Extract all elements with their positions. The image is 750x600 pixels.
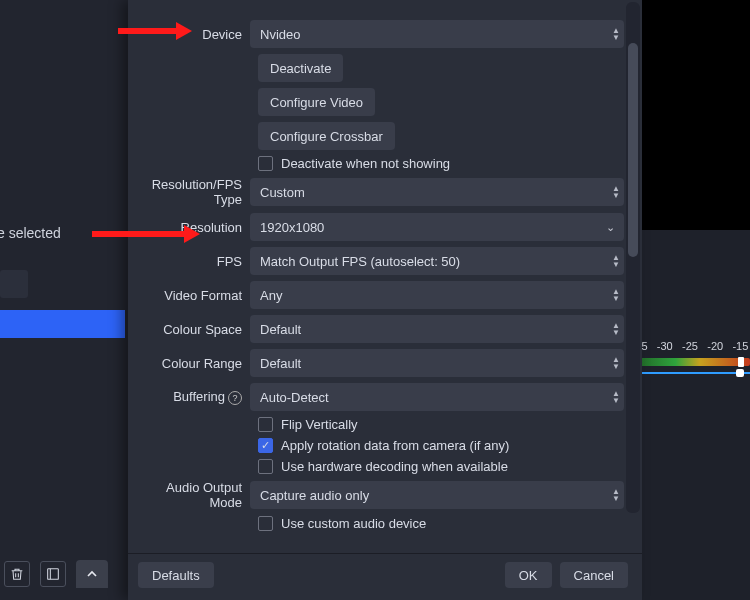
deactivate-button[interactable]: Deactivate <box>258 54 343 82</box>
buffering-label-text: Buffering <box>173 389 225 404</box>
cancel-button[interactable]: Cancel <box>560 562 628 588</box>
settings-panel-icon[interactable] <box>40 561 66 587</box>
colour-range-select[interactable]: Default ▲▼ <box>250 349 624 377</box>
checkbox-label: Use custom audio device <box>281 516 426 531</box>
properties-dialog: Device Nvideo ▲▼ Deactivate Configure Vi… <box>128 0 642 600</box>
stepper-icon: ▲▼ <box>612 356 620 370</box>
scrollbar[interactable] <box>626 2 640 513</box>
stepper-icon: ▲▼ <box>612 390 620 404</box>
defaults-button[interactable]: Defaults <box>138 562 214 588</box>
buffering-label: Buffering? <box>132 389 250 405</box>
help-icon[interactable]: ? <box>228 391 242 405</box>
audio-output-mode-label: Audio Output Mode <box>132 480 250 510</box>
audio-meter: -35 -30 -25 -20 -15 <box>630 340 750 374</box>
colour-space-select[interactable]: Default ▲▼ <box>250 315 624 343</box>
fps-value: Match Output FPS (autoselect: 50) <box>260 254 460 269</box>
ok-button[interactable]: OK <box>505 562 552 588</box>
checkbox-icon <box>258 156 273 171</box>
flip-vertically-checkbox[interactable]: Flip Vertically <box>258 417 358 432</box>
deactivate-when-not-showing-checkbox[interactable]: Deactivate when not showing <box>258 156 450 171</box>
checkbox-icon <box>258 417 273 432</box>
device-value: Nvideo <box>260 27 300 42</box>
fps-label: FPS <box>132 254 250 269</box>
colour-space-label: Colour Space <box>132 322 250 337</box>
preview-area <box>630 0 750 230</box>
checkbox-label: Deactivate when not showing <box>281 156 450 171</box>
video-format-select[interactable]: Any ▲▼ <box>250 281 624 309</box>
checkbox-label: Use hardware decoding when available <box>281 459 508 474</box>
expand-panel-button[interactable] <box>76 560 108 588</box>
video-format-value: Any <box>260 288 282 303</box>
audio-meter-bar <box>630 358 750 366</box>
sources-panel-item-box <box>0 270 28 298</box>
meter-tick: -20 <box>706 340 725 352</box>
stepper-icon: ▲▼ <box>612 488 620 502</box>
audio-output-mode-select[interactable]: Capture audio only ▲▼ <box>250 481 624 509</box>
stepper-icon: ▲▼ <box>612 288 620 302</box>
stepper-icon: ▲▼ <box>612 27 620 41</box>
resolution-fps-type-select[interactable]: Custom ▲▼ <box>250 178 624 206</box>
checkbox-icon <box>258 459 273 474</box>
colour-space-value: Default <box>260 322 301 337</box>
svg-rect-0 <box>48 569 59 580</box>
video-format-label: Video Format <box>132 288 250 303</box>
dialog-footer: Defaults OK Cancel <box>128 553 642 600</box>
chevron-down-icon: ⌄ <box>606 221 615 234</box>
sources-panel <box>0 0 130 600</box>
resolution-fps-type-label: Resolution/FPS Type <box>132 177 250 207</box>
ok-label: OK <box>519 568 538 583</box>
checkbox-icon: ✓ <box>258 438 273 453</box>
resolution-label: Resolution <box>132 220 250 235</box>
deactivate-button-label: Deactivate <box>270 61 331 76</box>
configure-crossbar-button[interactable]: Configure Crossbar <box>258 122 395 150</box>
stepper-icon: ▲▼ <box>612 185 620 199</box>
configure-video-button[interactable]: Configure Video <box>258 88 375 116</box>
configure-crossbar-label: Configure Crossbar <box>270 129 383 144</box>
resolution-select[interactable]: 1920x1080 ⌄ <box>250 213 624 241</box>
defaults-label: Defaults <box>152 568 200 583</box>
trash-icon[interactable] <box>4 561 30 587</box>
scrollbar-thumb[interactable] <box>628 43 638 258</box>
fps-select[interactable]: Match Output FPS (autoselect: 50) ▲▼ <box>250 247 624 275</box>
colour-range-value: Default <box>260 356 301 371</box>
resolution-fps-type-value: Custom <box>260 185 305 200</box>
configure-video-label: Configure Video <box>270 95 363 110</box>
checkbox-label: Apply rotation data from camera (if any) <box>281 438 509 453</box>
buffering-value: Auto-Detect <box>260 390 329 405</box>
apply-rotation-checkbox[interactable]: ✓ Apply rotation data from camera (if an… <box>258 438 509 453</box>
checkbox-label: Flip Vertically <box>281 417 358 432</box>
meter-tick: -15 <box>731 340 750 352</box>
audio-volume-slider[interactable] <box>630 372 750 374</box>
stepper-icon: ▲▼ <box>612 322 620 336</box>
audio-output-mode-value: Capture audio only <box>260 488 369 503</box>
resolution-value: 1920x1080 <box>260 220 324 235</box>
audio-meter-ticks: -35 -30 -25 -20 -15 <box>630 340 750 352</box>
hardware-decoding-checkbox[interactable]: Use hardware decoding when available <box>258 459 508 474</box>
meter-tick: -25 <box>680 340 699 352</box>
sources-selected-row[interactable] <box>0 310 125 338</box>
use-custom-audio-device-checkbox[interactable]: Use custom audio device <box>258 516 426 531</box>
sources-panel-heading: ce selected <box>0 225 61 241</box>
device-select[interactable]: Nvideo ▲▼ <box>250 20 624 48</box>
stepper-icon: ▲▼ <box>612 254 620 268</box>
colour-range-label: Colour Range <box>132 356 250 371</box>
device-label: Device <box>132 27 250 42</box>
checkbox-icon <box>258 516 273 531</box>
properties-form: Device Nvideo ▲▼ Deactivate Configure Vi… <box>132 6 624 531</box>
meter-tick: -30 <box>655 340 674 352</box>
buffering-select[interactable]: Auto-Detect ▲▼ <box>250 383 624 411</box>
cancel-label: Cancel <box>574 568 614 583</box>
